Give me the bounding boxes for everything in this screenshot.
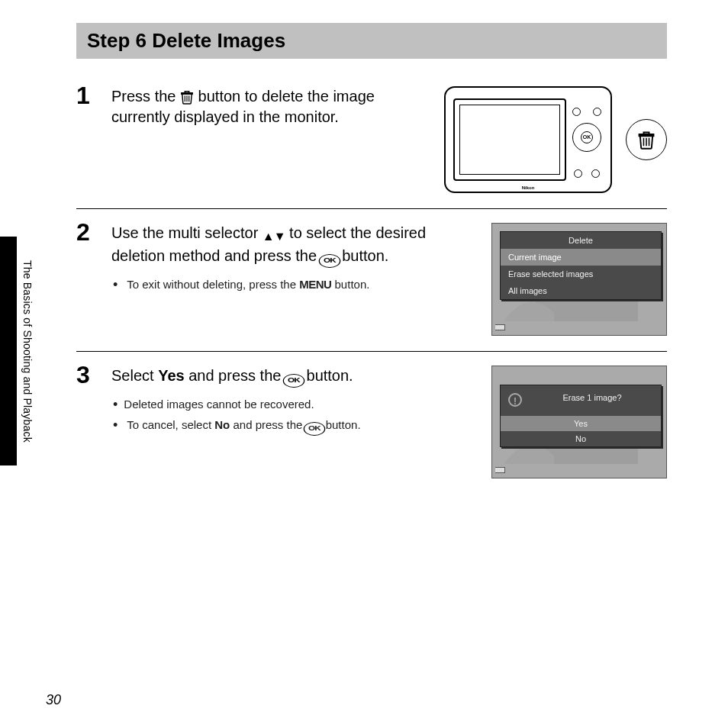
trash-icon xyxy=(637,130,656,150)
step-2-text: Use the multi selector to select the des… xyxy=(111,223,478,268)
step-1-figure: Nikon xyxy=(444,86,667,193)
confirm-panel: Erase 1 image? Yes No xyxy=(500,385,662,447)
warning-icon xyxy=(508,393,522,407)
step-1-number: 1 xyxy=(76,83,101,108)
trash-callout xyxy=(626,119,667,160)
confirm-no: No xyxy=(501,431,661,446)
step-3-number: 3 xyxy=(76,362,101,387)
ok-icon xyxy=(283,374,305,388)
step-1-text: Press the button to delete the image cur… xyxy=(111,86,430,127)
delete-option-all: All images xyxy=(501,282,661,299)
step-3-text: Select Yes and press the button. xyxy=(111,366,478,388)
step-2-lcd: Delete Current image Erase selected imag… xyxy=(491,223,667,336)
delete-menu-panel: Delete Current image Erase selected imag… xyxy=(500,231,662,300)
camera-illustration: Nikon xyxy=(444,86,612,193)
trash-icon xyxy=(180,89,194,105)
step-3-bullet-2: To cancel, select No and press the butto… xyxy=(113,414,478,436)
step-2-number: 2 xyxy=(76,220,101,244)
step-3-bullets: Deleted images cannot be recovered. To c… xyxy=(111,394,478,436)
ok-icon xyxy=(318,254,340,268)
step-3-bullet-1: Deleted images cannot be recovered. xyxy=(113,394,478,414)
step-title-bar: Step 6 Delete Images xyxy=(76,23,667,59)
battery-icon xyxy=(495,467,505,473)
delete-option-selected: Erase selected images xyxy=(501,266,661,282)
delete-menu-title: Delete xyxy=(501,232,661,249)
page-number: 30 xyxy=(46,692,61,708)
camera-brand: Nikon xyxy=(522,185,535,190)
ok-icon xyxy=(303,422,325,436)
confirm-prompt: Erase 1 image? xyxy=(562,393,621,402)
updown-icon xyxy=(263,225,285,246)
step-title: Step 6 Delete Images xyxy=(87,29,656,53)
step-2-bullet-1: To exit without deleting, press the butt… xyxy=(113,274,478,295)
confirm-yes: Yes xyxy=(501,416,661,431)
step-3: 3 Select Yes and press the button. Delet… xyxy=(76,351,667,494)
step-2-bullets: To exit without deleting, press the butt… xyxy=(111,274,478,295)
step-2: 2 Use the multi selector to select the d… xyxy=(76,208,667,351)
step-1: 1 Press the button to delete the image c… xyxy=(76,72,667,208)
delete-option-current: Current image xyxy=(501,249,661,266)
menu-icon xyxy=(299,276,331,294)
battery-icon xyxy=(495,324,505,330)
step-3-lcd: Erase 1 image? Yes No xyxy=(491,366,667,478)
